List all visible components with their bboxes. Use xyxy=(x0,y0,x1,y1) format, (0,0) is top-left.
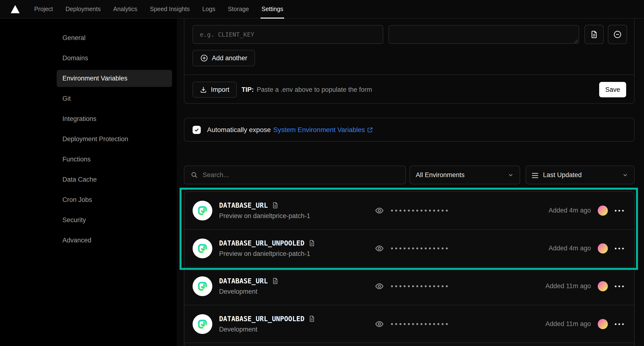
search-box[interactable] xyxy=(184,166,406,184)
table-row[interactable]: DATABASE_URL_UNPOOLED Preview on danielt… xyxy=(184,230,634,268)
env-var-name: DATABASE_URL xyxy=(219,277,279,285)
settings-sidebar: GeneralDomainsEnvironment VariablesGitIn… xyxy=(57,30,172,252)
added-timestamp: Added 11m ago xyxy=(546,320,591,328)
env-var-value: •••••••••••••• xyxy=(375,244,450,253)
sidebar-item-git[interactable]: Git xyxy=(57,90,172,107)
env-var-name-text: DATABASE_URL xyxy=(219,277,268,285)
row-right: Added 11m ago ••• xyxy=(546,319,626,329)
sort-value: Last Updated xyxy=(543,171,622,179)
nav-tab-logs[interactable]: Logs xyxy=(196,0,222,18)
note-icon[interactable] xyxy=(308,240,316,247)
env-var-name: DATABASE_URL xyxy=(219,202,310,210)
expose-label: Automatically expose System Environment … xyxy=(207,126,373,134)
neon-logo-icon xyxy=(197,281,208,292)
env-var-form-card: Add another Import TIP: Paste a .env abo… xyxy=(184,18,634,104)
note-icon[interactable] xyxy=(272,277,279,284)
hidden-value-mask: •••••••••••••• xyxy=(391,244,450,252)
eye-icon[interactable] xyxy=(375,282,384,291)
added-timestamp: Added 4m ago xyxy=(548,244,591,252)
form-footer-divider xyxy=(184,74,634,75)
env-key-input[interactable] xyxy=(192,25,383,44)
env-var-name-text: DATABASE_URL xyxy=(219,202,268,210)
note-icon[interactable] xyxy=(272,202,279,209)
env-var-target: Development xyxy=(219,326,316,333)
nav-tab-storage[interactable]: Storage xyxy=(222,0,255,18)
sort-select[interactable]: Last Updated xyxy=(526,166,634,184)
env-var-name: DATABASE_URL_UNPOOLED xyxy=(219,315,316,323)
sidebar-item-cron-jobs[interactable]: Cron Jobs xyxy=(57,191,172,208)
added-timestamp: Added 11m ago xyxy=(546,282,591,290)
table-row[interactable]: DATABASE_URL_UNPOOLED Development ••••••… xyxy=(184,305,634,343)
paste-file-button[interactable] xyxy=(584,25,604,44)
eye-icon[interactable] xyxy=(375,244,384,253)
sidebar-item-data-cache[interactable]: Data Cache xyxy=(57,171,172,188)
top-nav: ProjectDeploymentsAnalyticsSpeed Insight… xyxy=(0,0,644,18)
env-var-target: Preview on danieltprice-patch-1 xyxy=(219,250,316,258)
user-avatar xyxy=(598,243,608,254)
vercel-logo-icon[interactable] xyxy=(10,5,20,13)
hidden-value-mask: •••••••••••••• xyxy=(391,320,450,328)
main-panel: Add another Import TIP: Paste a .env abo… xyxy=(177,18,644,346)
nav-tab-analytics[interactable]: Analytics xyxy=(107,0,144,18)
nav-tab-project[interactable]: Project xyxy=(28,0,59,18)
sidebar-item-deployment-protection[interactable]: Deployment Protection xyxy=(57,130,172,148)
system-env-vars-link[interactable]: System Environment Variables xyxy=(273,126,373,134)
env-value-textarea[interactable] xyxy=(388,25,579,44)
row-overflow-menu-button[interactable]: ••• xyxy=(614,208,626,214)
neon-integration-badge xyxy=(192,201,212,220)
chevron-down-icon xyxy=(622,172,628,178)
sidebar-item-functions[interactable]: Functions xyxy=(57,151,172,168)
sidebar-item-security[interactable]: Security xyxy=(57,212,172,229)
env-var-value: •••••••••••••• xyxy=(375,320,450,329)
checkbox-check-icon xyxy=(194,127,199,132)
nav-tab-deployments[interactable]: Deployments xyxy=(59,0,107,18)
sidebar-item-general[interactable]: General xyxy=(57,30,172,46)
eye-icon[interactable] xyxy=(375,206,384,215)
expose-card: Automatically expose System Environment … xyxy=(184,118,634,142)
sidebar-item-domains[interactable]: Domains xyxy=(57,50,172,67)
sidebar-item-integrations[interactable]: Integrations xyxy=(57,110,172,128)
row-text: DATABASE_URL_UNPOOLED Development xyxy=(219,315,316,333)
sidebar-item-advanced[interactable]: Advanced xyxy=(57,232,172,249)
row-overflow-menu-button[interactable]: ••• xyxy=(614,245,626,252)
sort-icon xyxy=(532,172,539,178)
env-var-name-text: DATABASE_URL_UNPOOLED xyxy=(219,239,304,247)
nav-tabs: ProjectDeploymentsAnalyticsSpeed Insight… xyxy=(28,0,290,18)
search-icon xyxy=(191,171,198,178)
row-overflow-menu-button[interactable]: ••• xyxy=(614,283,626,290)
env-var-target: Development xyxy=(219,288,279,296)
tip-line: TIP: Paste a .env above to populate the … xyxy=(242,82,372,98)
env-var-name: DATABASE_URL_UNPOOLED xyxy=(219,239,316,247)
user-avatar xyxy=(598,281,608,291)
tip-bold: TIP: xyxy=(242,86,254,94)
chevron-down-icon xyxy=(508,172,514,178)
import-icon xyxy=(200,86,207,93)
nav-tab-settings[interactable]: Settings xyxy=(255,0,290,18)
save-button[interactable]: Save xyxy=(599,82,626,97)
remove-row-button[interactable] xyxy=(608,25,627,44)
hidden-value-mask: •••••••••••••• xyxy=(391,282,450,290)
row-text: DATABASE_URL_UNPOOLED Preview on danielt… xyxy=(219,239,316,258)
user-avatar xyxy=(598,319,608,329)
env-var-value: •••••••••••••• xyxy=(375,282,450,291)
row-overflow-menu-button[interactable]: ••• xyxy=(614,321,626,327)
neon-integration-badge xyxy=(192,276,212,296)
eye-icon[interactable] xyxy=(375,320,384,329)
add-another-button[interactable]: Add another xyxy=(192,50,255,66)
sidebar-item-environment-variables[interactable]: Environment Variables xyxy=(57,70,172,87)
environment-filter-select[interactable]: All Environments xyxy=(410,166,520,184)
table-row[interactable]: DATABASE_URL Preview on danieltprice-pat… xyxy=(184,192,634,230)
env-var-value: •••••••••••••• xyxy=(375,206,450,215)
env-var-target: Preview on danieltprice-patch-1 xyxy=(219,212,310,220)
expose-checkbox[interactable] xyxy=(192,126,201,134)
tip-text: Paste a .env above to populate the form xyxy=(257,86,372,94)
import-button[interactable]: Import xyxy=(192,82,237,98)
user-avatar xyxy=(598,206,608,216)
note-icon[interactable] xyxy=(308,315,316,322)
neon-integration-badge xyxy=(192,314,212,334)
table-row[interactable]: DATABASE_URL Development •••••••••••••• … xyxy=(184,268,634,305)
added-timestamp: Added 4m ago xyxy=(548,207,591,214)
search-input[interactable] xyxy=(203,171,399,179)
neon-logo-icon xyxy=(197,318,208,330)
nav-tab-speed-insights[interactable]: Speed Insights xyxy=(144,0,196,18)
